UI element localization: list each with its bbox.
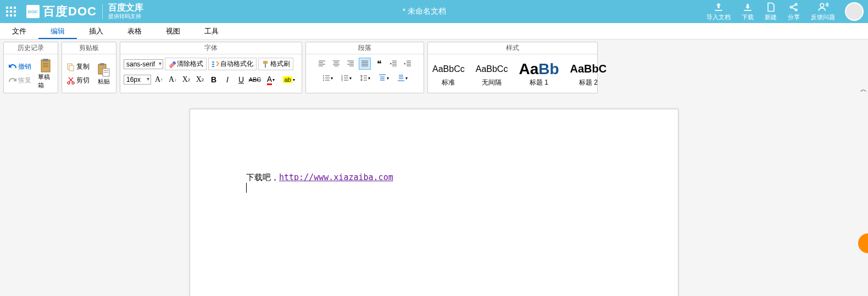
new-button[interactable]: 新建 [759, 2, 782, 21]
style-heading1[interactable]: AaBb 标题 1 [519, 60, 559, 87]
quote-button[interactable]: ❝ [373, 58, 385, 70]
document-content[interactable]: 下载吧，http://www.xiazaiba.com [246, 172, 622, 193]
clear-format-button[interactable]: 清除格式 [165, 58, 207, 70]
spacing-before-icon [379, 74, 386, 82]
line-spacing-icon [360, 74, 368, 82]
grid-icon [6, 7, 16, 16]
underline-button[interactable]: U [235, 74, 247, 86]
menu-edit[interactable]: 编辑 [38, 23, 77, 39]
style-normal[interactable]: AaBbCc 标准 [432, 60, 465, 87]
svg-point-29 [323, 75, 324, 76]
menu-file[interactable]: 文件 [0, 23, 38, 39]
strikethrough-button[interactable]: ABC [249, 74, 261, 86]
font-size-select[interactable]: 16px [124, 75, 151, 85]
align-left-button[interactable] [316, 58, 328, 70]
svg-rect-1 [10, 7, 12, 9]
svg-rect-2 [14, 7, 16, 9]
copy-button[interactable]: 复制 [64, 61, 92, 72]
svg-point-31 [323, 80, 324, 81]
logo-subtitle: 提供转码支持 [108, 13, 143, 20]
spacing-after-button[interactable] [394, 72, 410, 84]
indent-icon [404, 60, 411, 68]
style-nospacing-label: 无间隔 [482, 78, 502, 87]
font-family-select[interactable]: sans-serif [124, 59, 163, 69]
download-icon [742, 2, 753, 13]
copy-label: 复制 [76, 62, 90, 71]
auto-format-label: 自动格式化 [220, 59, 253, 69]
document-title: * 未命名文档 [148, 7, 701, 16]
svg-point-9 [790, 6, 792, 8]
spacing-before-button[interactable] [375, 72, 392, 84]
menu-table[interactable]: 表格 [115, 23, 154, 39]
group-history: 历史记录 撤销 恢复 草稿箱 [3, 42, 58, 93]
svg-point-20 [68, 82, 70, 84]
menu-insert[interactable]: 插入 [77, 23, 115, 39]
align-justify-button[interactable] [359, 58, 371, 70]
numbered-list-button[interactable]: 123 [338, 72, 354, 84]
document-canvas[interactable]: 下载吧，http://www.xiazaiba.com [0, 96, 868, 296]
draft-label: 草稿箱 [38, 73, 53, 90]
format-painter-button[interactable]: 格式刷 [258, 58, 293, 70]
undo-icon [8, 63, 17, 71]
new-label: 新建 [765, 13, 777, 21]
clear-format-label: 清除格式 [177, 59, 203, 69]
font-color-button[interactable]: A [263, 74, 279, 86]
align-center-button[interactable] [330, 58, 342, 70]
svg-rect-6 [6, 14, 8, 16]
paste-icon [96, 62, 112, 77]
highlight-button[interactable]: ab [281, 74, 297, 86]
share-label: 分享 [788, 13, 800, 21]
subscript-button[interactable]: X2 [194, 74, 206, 86]
doc-link[interactable]: http://www.xiazaiba.com [279, 172, 393, 182]
superscript-button[interactable]: X2 [180, 74, 192, 86]
italic-button[interactable]: I [221, 74, 233, 86]
format-painter-label: 格式刷 [270, 59, 290, 69]
font-shrink-button[interactable]: A↓ [166, 74, 179, 86]
group-styles: 样式 AaBbCc 标准 AaBbCc 无间隔 AaBb 标题 1 AaBbC … [427, 42, 598, 93]
undo-button[interactable]: 撤销 [6, 61, 34, 72]
ribbon-toolbar: 历史记录 撤销 恢复 草稿箱 剪贴板 [0, 40, 868, 96]
share-button[interactable]: 分享 [782, 2, 805, 21]
draft-button[interactable]: 草稿箱 [35, 57, 57, 91]
bold-button[interactable]: B [208, 74, 220, 86]
svg-rect-25 [104, 70, 108, 71]
auto-format-button[interactable]: 自动格式化 [208, 58, 257, 70]
user-avatar[interactable] [845, 2, 864, 21]
style-heading2[interactable]: AaBbC 标题 2 [570, 60, 607, 87]
copy-icon [66, 63, 75, 71]
align-right-button[interactable] [344, 58, 357, 70]
numbered-list-icon: 123 [341, 74, 349, 82]
paste-button[interactable]: 粘贴 [93, 61, 115, 87]
group-paragraph-title: 段落 [306, 42, 424, 54]
logo-text-wenku: 百度文库 [108, 3, 143, 12]
menu-bar: 文件 编辑 插入 表格 视图 工具 [0, 23, 868, 40]
svg-rect-23 [100, 63, 104, 65]
menu-view[interactable]: 视图 [154, 23, 192, 39]
style-heading2-label: 标题 2 [579, 78, 598, 87]
style-heading1-label: 标题 1 [530, 78, 548, 87]
indent-button[interactable] [402, 58, 414, 70]
svg-rect-4 [10, 10, 12, 13]
line-spacing-button[interactable] [357, 72, 373, 84]
apps-grid-button[interactable] [0, 0, 22, 23]
svg-point-10 [795, 3, 797, 5]
bullet-list-button[interactable] [319, 72, 336, 84]
redo-button[interactable]: 恢复 [6, 75, 34, 86]
logo-area[interactable]: DOC 百度DOC 百度文库 提供转码支持 [22, 3, 148, 20]
menu-tools[interactable]: 工具 [192, 23, 231, 39]
feedback-button[interactable]: 反馈问题 [805, 2, 841, 21]
document-page[interactable]: 下载吧，http://www.xiazaiba.com [190, 109, 678, 296]
outdent-button[interactable] [387, 58, 399, 70]
cut-button[interactable]: 剪切 [64, 75, 92, 86]
align-right-icon [347, 60, 354, 68]
download-label: 下载 [742, 13, 754, 21]
import-button[interactable]: 导入文档 [701, 2, 736, 21]
download-button[interactable]: 下载 [736, 2, 759, 21]
style-nospacing[interactable]: AaBbCc 无间隔 [476, 60, 508, 87]
paintbrush-icon [261, 60, 269, 68]
text-cursor [246, 183, 247, 193]
align-justify-icon [361, 60, 369, 68]
collapse-ribbon-button[interactable]: ︽ [860, 85, 867, 94]
font-grow-button[interactable]: A↑ [153, 74, 165, 86]
svg-rect-28 [265, 64, 266, 68]
